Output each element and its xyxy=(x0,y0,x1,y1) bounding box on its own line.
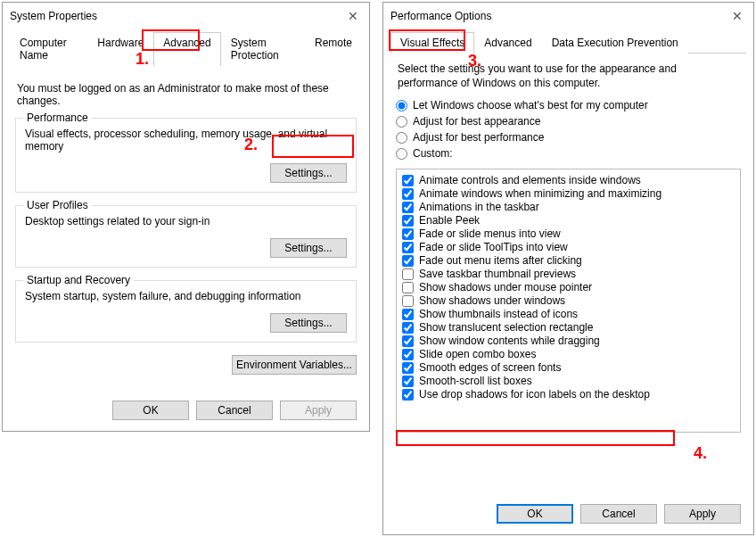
group-desc: Desktop settings related to your sign-in xyxy=(25,215,347,227)
checkbox-input[interactable] xyxy=(402,309,414,320)
radio-option[interactable]: Adjust for best appearance xyxy=(396,115,741,128)
radio-label: Let Windows choose what's best for my co… xyxy=(413,99,648,112)
checkbox-label: Slide open combo boxes xyxy=(419,348,536,360)
apply-button[interactable]: Apply xyxy=(280,401,357,420)
radio-option[interactable]: Custom: xyxy=(396,147,741,160)
check-item[interactable]: Show thumbnails instead of icons xyxy=(402,308,735,320)
check-item[interactable]: Animate controls and elements inside win… xyxy=(402,174,735,186)
radio-input[interactable] xyxy=(396,100,407,112)
checkbox-input[interactable] xyxy=(402,335,414,347)
radio-list: Let Windows choose what's best for my co… xyxy=(396,99,741,160)
check-item[interactable]: Enable Peek xyxy=(402,214,735,227)
checkbox-label: Smooth-scroll list boxes xyxy=(419,375,532,387)
checkbox-input[interactable] xyxy=(402,242,414,253)
check-item[interactable]: Save taskbar thumbnail previews xyxy=(402,268,735,280)
checkbox-label: Animate controls and elements inside win… xyxy=(419,174,641,186)
radio-label: Adjust for best performance xyxy=(413,131,544,144)
tab-visual-effects[interactable]: Visual Effects xyxy=(390,32,474,54)
checkbox-input[interactable] xyxy=(402,268,414,280)
cancel-button[interactable]: Cancel xyxy=(196,401,273,420)
check-item[interactable]: Slide open combo boxes xyxy=(402,348,735,360)
content-left: You must be logged on as an Administrato… xyxy=(3,66,369,384)
intro-text: You must be logged on as an Administrato… xyxy=(17,82,355,107)
dialog-buttons-right: OK Cancel Apply xyxy=(497,504,741,524)
group-desc: Visual effects, processor scheduling, me… xyxy=(25,128,347,153)
close-icon[interactable]: ✕ xyxy=(344,9,362,23)
group-user-profiles: User Profiles Desktop settings related t… xyxy=(15,205,357,268)
cancel-button[interactable]: Cancel xyxy=(580,504,657,524)
checkbox-label: Show window contents while dragging xyxy=(419,335,600,347)
tab-hardware[interactable]: Hardware xyxy=(87,32,153,66)
checkbox-label: Animate windows when minimizing and maxi… xyxy=(419,187,662,200)
checkbox-label: Use drop shadows for icon labels on the … xyxy=(419,388,650,401)
tab-system-protection[interactable]: System Protection xyxy=(221,32,305,66)
checkbox-label: Fade or slide menus into view xyxy=(419,227,561,240)
env-variables-button[interactable]: Environment Variables... xyxy=(232,355,357,375)
checkbox-label: Show thumbnails instead of icons xyxy=(419,308,578,320)
check-item[interactable]: Animate windows when minimizing and maxi… xyxy=(402,187,735,200)
checkbox-input[interactable] xyxy=(402,175,414,186)
check-item[interactable]: Fade or slide ToolTips into view xyxy=(402,241,735,253)
performance-settings-button[interactable]: Settings... xyxy=(270,163,347,183)
check-item[interactable]: Use drop shadows for icon labels on the … xyxy=(402,388,735,401)
checkbox-input[interactable] xyxy=(402,228,414,240)
tabbar-left: Computer Name Hardware Advanced System P… xyxy=(10,31,362,66)
radio-label: Custom: xyxy=(413,147,453,160)
check-item[interactable]: Animations in the taskbar xyxy=(402,201,735,213)
checkbox-label: Enable Peek xyxy=(419,214,480,227)
checkbox-label: Fade out menu items after clicking xyxy=(419,254,582,267)
tab-dep[interactable]: Data Execution Prevention xyxy=(542,32,688,54)
checkbox-input[interactable] xyxy=(402,295,414,307)
radio-input[interactable] xyxy=(396,116,407,128)
check-item[interactable]: Show translucent selection rectangle xyxy=(402,321,735,334)
tab-advanced-perf[interactable]: Advanced xyxy=(474,32,541,54)
checkbox-input[interactable] xyxy=(402,188,414,200)
radio-input[interactable] xyxy=(396,132,407,144)
check-item[interactable]: Show window contents while dragging xyxy=(402,335,735,347)
tab-remote[interactable]: Remote xyxy=(305,32,362,66)
check-item[interactable]: Show shadows under mouse pointer xyxy=(402,281,735,293)
checkbox-input[interactable] xyxy=(402,389,414,401)
checkbox-label: Fade or slide ToolTips into view xyxy=(419,241,568,253)
startup-settings-button[interactable]: Settings... xyxy=(270,313,347,333)
ok-button[interactable]: OK xyxy=(497,504,573,524)
checkbox-label: Show shadows under windows xyxy=(419,294,565,307)
check-item[interactable]: Fade out menu items after clicking xyxy=(402,254,735,267)
check-item[interactable]: Smooth-scroll list boxes xyxy=(402,375,735,387)
group-startup-recovery: Startup and Recovery System startup, sys… xyxy=(15,280,357,343)
checkbox-input[interactable] xyxy=(402,362,414,374)
effects-checklist[interactable]: Animate controls and elements inside win… xyxy=(396,169,741,433)
window-title: Performance Options xyxy=(390,10,491,22)
tab-advanced[interactable]: Advanced xyxy=(153,32,220,66)
checkbox-input[interactable] xyxy=(402,202,414,213)
checkbox-label: Show shadows under mouse pointer xyxy=(419,281,592,293)
checkbox-label: Animations in the taskbar xyxy=(419,201,539,213)
checkbox-input[interactable] xyxy=(402,255,414,267)
tab-computer-name[interactable]: Computer Name xyxy=(10,32,87,66)
checkbox-input[interactable] xyxy=(402,322,414,334)
checkbox-input[interactable] xyxy=(402,215,414,227)
tabbar-right: Visual Effects Advanced Data Execution P… xyxy=(390,31,746,54)
group-legend: Performance xyxy=(23,112,92,124)
apply-button[interactable]: Apply xyxy=(664,504,741,524)
check-item[interactable]: Show shadows under windows xyxy=(402,294,735,307)
window-title: System Properties xyxy=(10,10,97,22)
checkbox-input[interactable] xyxy=(402,376,414,387)
check-item[interactable]: Fade or slide menus into view xyxy=(402,227,735,240)
ok-button[interactable]: OK xyxy=(112,401,189,420)
titlebar: System Properties ✕ xyxy=(3,3,369,29)
check-item[interactable]: Smooth edges of screen fonts xyxy=(402,361,735,374)
checkbox-input[interactable] xyxy=(402,282,414,293)
dialog-buttons-left: OK Cancel Apply xyxy=(112,401,357,420)
radio-option[interactable]: Adjust for best performance xyxy=(396,131,741,144)
checkbox-label: Save taskbar thumbnail previews xyxy=(419,268,576,280)
checkbox-input[interactable] xyxy=(402,349,414,360)
radio-input[interactable] xyxy=(396,148,407,160)
checkbox-label: Smooth edges of screen fonts xyxy=(419,361,561,374)
user-profiles-settings-button[interactable]: Settings... xyxy=(270,238,347,258)
system-properties-dialog: System Properties ✕ Computer Name Hardwa… xyxy=(2,2,370,432)
radio-option[interactable]: Let Windows choose what's best for my co… xyxy=(396,99,741,112)
group-performance: Performance Visual effects, processor sc… xyxy=(15,118,357,193)
close-icon[interactable]: ✕ xyxy=(728,9,746,23)
group-legend: User Profiles xyxy=(23,199,92,211)
